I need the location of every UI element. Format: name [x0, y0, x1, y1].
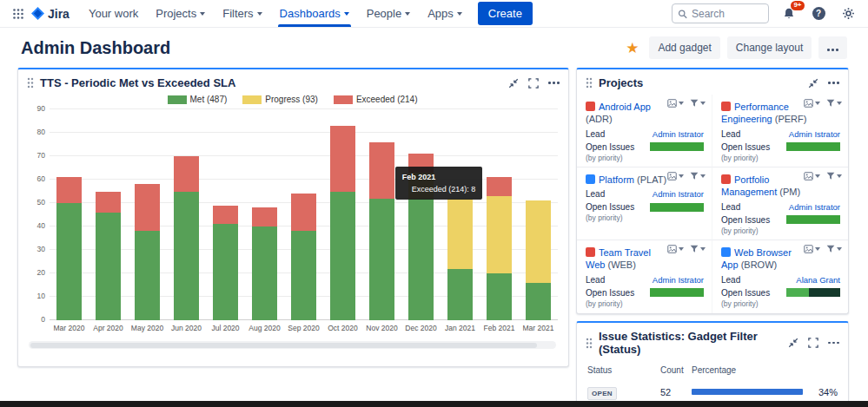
stacked-bar[interactable]	[291, 194, 316, 320]
status-lozenge[interactable]: OPEN	[587, 387, 617, 400]
bar-segment	[135, 231, 160, 320]
stacked-bar[interactable]	[369, 142, 394, 320]
stacked-bar[interactable]	[330, 126, 355, 320]
y-axis-label: 90	[37, 104, 45, 113]
nav-item-your-work[interactable]: Your work	[80, 0, 147, 27]
minimize-icon[interactable]	[788, 338, 798, 348]
filter-funnel-icon	[690, 99, 699, 108]
project-link[interactable]: Platform	[599, 174, 634, 185]
display-option-button[interactable]	[804, 172, 820, 181]
gadget-more-icon[interactable]	[548, 82, 560, 84]
stacked-bar[interactable]	[135, 184, 160, 320]
brand-name: Jira	[48, 7, 70, 21]
stacked-bar[interactable]	[96, 192, 121, 320]
legend-label: Met (487)	[190, 95, 228, 104]
expand-icon[interactable]	[808, 338, 818, 348]
filter-option-button[interactable]	[690, 172, 706, 181]
image-icon	[667, 172, 677, 181]
x-axis-label: Oct 2020	[323, 324, 362, 332]
lead-link[interactable]: Alana Grant	[796, 275, 840, 285]
x-axis-label: Nov 2020	[362, 324, 401, 332]
stacked-bar[interactable]	[252, 207, 277, 320]
filter-option-button[interactable]	[826, 99, 842, 108]
jira-logo[interactable]: Jira	[31, 7, 70, 21]
minimize-icon[interactable]	[508, 78, 519, 89]
bar-segment	[174, 156, 199, 192]
lead-row: LeadAdmin Istrator	[721, 129, 840, 139]
add-gadget-button[interactable]: Add gadget	[649, 36, 719, 59]
gadget-more-icon[interactable]	[828, 342, 839, 345]
settings-button[interactable]	[838, 4, 858, 23]
display-option-button[interactable]	[804, 99, 820, 108]
bottom-edge	[0, 401, 868, 407]
display-option-button[interactable]	[667, 172, 684, 181]
page-more-button[interactable]	[818, 36, 847, 59]
open-issues-label: Open Issues	[586, 202, 634, 212]
x-axis-label: Mar 2021	[519, 324, 558, 332]
drag-handle-icon[interactable]	[586, 338, 593, 349]
nav-item-projects[interactable]: Projects	[147, 0, 214, 27]
scrollbar-thumb[interactable]	[30, 343, 537, 348]
legend-label: Exceeded (214)	[356, 95, 418, 104]
stacked-bar[interactable]	[174, 156, 199, 320]
display-option-button[interactable]	[667, 99, 684, 108]
search-box	[672, 3, 769, 23]
dashboard: TTS - Periodic Met vs Exceeded SLA Met (…	[0, 66, 868, 407]
open-issues-bar-segment	[786, 215, 840, 224]
app-switcher-icon[interactable]	[7, 8, 30, 20]
bar-slot	[128, 109, 167, 320]
create-button[interactable]: Create	[478, 2, 533, 25]
open-issues-bar	[786, 215, 840, 224]
favorite-star-icon[interactable]: ★	[622, 41, 642, 56]
nav-item-apps[interactable]: Apps	[419, 0, 471, 27]
open-issues-bar-segment	[650, 203, 704, 212]
lead-link[interactable]: Admin Istrator	[789, 129, 840, 139]
lead-link[interactable]: Admin Istrator	[653, 189, 704, 199]
search-icon	[678, 9, 687, 19]
chart-scrollbar[interactable]	[29, 341, 556, 349]
by-priority-label: (by priority)	[721, 154, 840, 162]
change-layout-button[interactable]: Change layout	[727, 36, 812, 59]
filter-option-button[interactable]	[826, 245, 842, 253]
expand-icon[interactable]	[528, 78, 539, 89]
drag-handle-icon[interactable]	[27, 77, 34, 89]
stacked-bar[interactable]	[447, 199, 473, 320]
y-axis-label: 50	[37, 198, 45, 207]
lead-label: Lead	[721, 129, 740, 139]
minimize-icon[interactable]	[808, 78, 818, 89]
x-axis-label: Feb 2021	[480, 324, 519, 332]
notifications-button[interactable]: 9+	[779, 4, 798, 23]
stacked-bar[interactable]	[56, 177, 82, 320]
lead-link[interactable]: Admin Istrator	[653, 129, 704, 139]
filter-option-button[interactable]	[690, 99, 706, 108]
open-issues-label: Open Issues	[586, 288, 634, 298]
filter-option-button[interactable]	[826, 172, 842, 181]
project-link[interactable]: Android App	[599, 102, 651, 112]
gadget-more-icon[interactable]	[828, 82, 839, 84]
bar-segment	[330, 126, 355, 192]
nav-item-dashboards[interactable]: Dashboards	[271, 0, 358, 27]
y-axis-label: 70	[37, 151, 45, 160]
lead-link[interactable]: Admin Istrator	[653, 275, 704, 285]
stacked-bar[interactable]	[487, 177, 512, 320]
nav-item-filters[interactable]: Filters	[214, 0, 270, 27]
drag-handle-icon[interactable]	[586, 77, 593, 89]
chevron-down-icon	[200, 12, 205, 16]
stacked-bar[interactable]	[213, 206, 238, 320]
stacked-bar[interactable]	[526, 200, 551, 320]
search-input[interactable]	[692, 8, 763, 20]
help-button[interactable]: ?	[809, 4, 828, 23]
display-option-button[interactable]	[804, 245, 820, 253]
filter-option-button[interactable]	[690, 245, 706, 253]
lead-link[interactable]: Admin Istrator	[789, 202, 840, 212]
display-option-button[interactable]	[667, 245, 684, 253]
legend-label: Progress (93)	[265, 95, 318, 104]
projects-gadget: Projects Android App (ADR)LeadAdmin Istr…	[576, 68, 849, 314]
chart-tooltip: Feb 2021 Exceeded (214): 8	[395, 167, 483, 200]
project-card: Performance Engineering (PERF)LeadAdmin …	[712, 95, 848, 167]
nav-item-people[interactable]: People	[358, 0, 419, 27]
bar-slot	[284, 109, 323, 320]
x-axis-label: Aug 2020	[245, 324, 284, 332]
open-issues-bar-segment	[809, 288, 840, 297]
chevron-down-icon	[679, 174, 684, 178]
